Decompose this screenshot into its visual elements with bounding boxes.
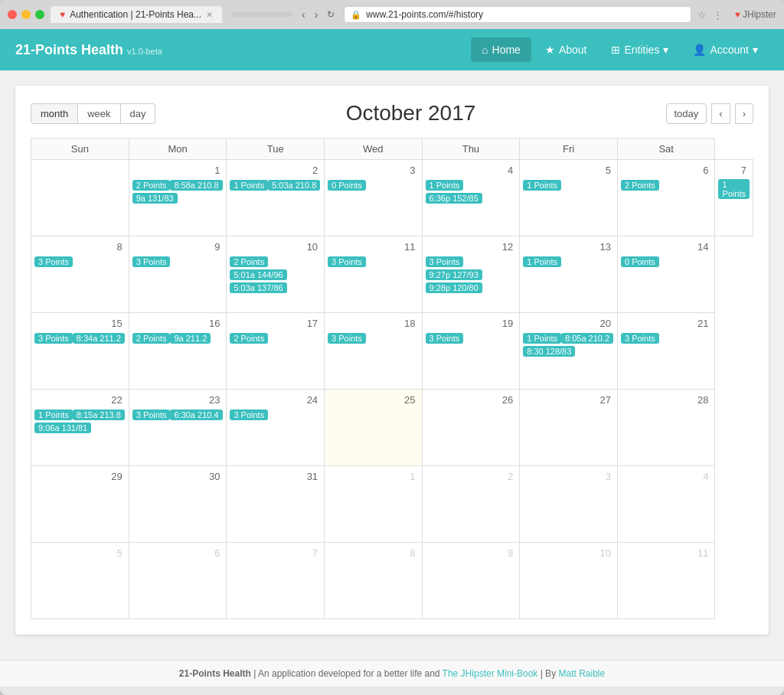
calendar-event[interactable]: 6:30a 210.4 — [170, 409, 222, 420]
calendar-day[interactable]: 51 Points — [520, 160, 618, 237]
calendar-day[interactable]: 5 — [31, 543, 129, 619]
nav-home[interactable]: ⌂ Home — [471, 38, 531, 62]
calendar-event[interactable]: 3 Points — [621, 333, 659, 344]
calendar-event[interactable]: 8:15a 213.8 — [73, 409, 125, 420]
calendar-day[interactable]: 162 Points9a 211.2 — [129, 313, 227, 390]
calendar-event[interactable]: 3 Points — [328, 333, 366, 344]
calendar-day[interactable]: 2 — [422, 466, 520, 543]
calendar-event[interactable]: 6:36p 152/85 — [426, 193, 482, 204]
calendar-event[interactable]: 9:27p 127/93 — [426, 269, 482, 280]
maximize-button[interactable] — [35, 10, 44, 19]
calendar-event[interactable]: 5:03a 210.8 — [268, 180, 320, 191]
calendar-event[interactable]: 0 Points — [621, 256, 659, 267]
calendar-day[interactable]: 131 Points — [520, 237, 618, 313]
calendar-day[interactable]: 27 — [520, 390, 618, 466]
calendar-day[interactable]: 28 — [617, 390, 714, 466]
back-button[interactable]: ‹ — [299, 7, 309, 22]
calendar-day[interactable]: 183 Points — [325, 313, 422, 390]
calendar-day[interactable]: 221 Points8:15a 213.89:06a 131/81 — [31, 390, 129, 466]
calendar-event[interactable]: 3 Points — [426, 256, 464, 267]
browser-tab[interactable]: ♥ Authentication | 21-Points Hea... ✕ — [51, 6, 222, 23]
calendar-day[interactable]: 30 Points — [325, 160, 422, 237]
nav-entities[interactable]: ⊞ Entities ▾ — [600, 38, 679, 62]
calendar-day[interactable]: 4 — [617, 466, 714, 543]
calendar-day[interactable]: 113 Points — [325, 237, 422, 313]
nav-about[interactable]: ★ About — [534, 38, 598, 62]
calendar-event[interactable]: 3 Points — [34, 333, 73, 344]
calendar-event[interactable]: 0 Points — [328, 180, 366, 191]
calendar-day[interactable]: 193 Points — [422, 313, 520, 390]
calendar-event[interactable]: 1 Points — [718, 179, 750, 199]
calendar-event[interactable]: 3 Points — [132, 409, 171, 420]
tab-close-icon[interactable]: ✕ — [206, 10, 213, 20]
calendar-event[interactable]: 9a 131/83 — [132, 193, 178, 204]
calendar-event[interactable]: 3 Points — [426, 333, 464, 344]
calendar-event[interactable]: 5:03a 137/86 — [230, 282, 286, 293]
calendar-event[interactable]: 3 Points — [230, 409, 268, 420]
calendar-event[interactable]: 2 Points — [230, 256, 268, 267]
calendar-day[interactable]: 10 — [520, 543, 618, 619]
calendar-day[interactable]: 233 Points6:30a 210.4 — [129, 390, 227, 466]
refresh-button[interactable]: ↻ — [324, 8, 338, 21]
calendar-day[interactable]: 21 Points5:03a 210.8 — [227, 160, 325, 237]
calendar-day[interactable]: 11 — [617, 543, 714, 619]
calendar-event[interactable]: 9:06a 131/81 — [34, 423, 91, 433]
footer-link-book[interactable]: The JHipster Mini-Book — [443, 668, 538, 679]
calendar-day[interactable]: 201 Points8:05a 210.28:30 128/83 — [520, 313, 618, 390]
calendar-event[interactable]: 2 Points — [132, 180, 171, 191]
calendar-day[interactable] — [31, 160, 129, 237]
calendar-event[interactable]: 9:28p 120/80 — [426, 282, 482, 293]
calendar-day[interactable]: 9 — [422, 543, 520, 619]
day-view-button[interactable]: day — [121, 103, 156, 124]
calendar-event[interactable]: 8:34a 211.2 — [73, 333, 125, 344]
calendar-day[interactable]: 31 — [227, 466, 325, 543]
calendar-day[interactable]: 41 Points6:36p 152/85 — [422, 160, 520, 237]
calendar-day[interactable]: 7 — [227, 543, 325, 619]
calendar-event[interactable]: 2 Points — [230, 333, 268, 344]
calendar-day[interactable]: 29 — [31, 466, 129, 543]
calendar-event[interactable]: 1 Points — [523, 180, 561, 191]
calendar-day[interactable]: 71 Points — [715, 160, 753, 237]
calendar-event[interactable]: 8:58a 210.8 — [170, 180, 222, 191]
calendar-day[interactable]: 12 Points8:58a 210.89a 131/83 — [129, 160, 227, 237]
calendar-day[interactable]: 1 — [325, 466, 422, 543]
next-month-button[interactable]: › — [735, 103, 753, 124]
calendar-event[interactable]: 2 Points — [621, 180, 659, 191]
month-view-button[interactable]: month — [31, 103, 78, 124]
calendar-day[interactable]: 3 — [520, 466, 618, 543]
calendar-day[interactable]: 62 Points — [617, 160, 714, 237]
calendar-day[interactable]: 6 — [129, 543, 227, 619]
calendar-day[interactable]: 8 — [325, 543, 422, 619]
calendar-event[interactable]: 5:01a 144/96 — [230, 269, 286, 280]
calendar-event[interactable]: 1 Points — [426, 180, 464, 191]
calendar-day[interactable]: 213 Points — [617, 313, 714, 390]
close-button[interactable] — [8, 10, 17, 19]
calendar-event[interactable]: 1 Points — [34, 409, 73, 420]
prev-month-button[interactable]: ‹ — [711, 103, 730, 124]
calendar-day[interactable]: 25 — [325, 390, 422, 466]
calendar-event[interactable]: 8:05a 210.2 — [561, 333, 613, 344]
week-view-button[interactable]: week — [78, 103, 120, 124]
nav-account[interactable]: 👤 Account ▾ — [682, 38, 769, 62]
calendar-day[interactable]: 140 Points — [617, 237, 714, 313]
minimize-button[interactable] — [21, 10, 31, 19]
calendar-event[interactable]: 1 Points — [230, 180, 268, 191]
calendar-event[interactable]: 8:30 128/83 — [523, 346, 575, 357]
calendar-day[interactable]: 243 Points — [227, 390, 325, 466]
calendar-event[interactable]: 9a 211.2 — [170, 333, 211, 344]
calendar-event[interactable]: 3 Points — [328, 256, 366, 267]
calendar-event[interactable]: 1 Points — [523, 256, 561, 267]
more-icon[interactable]: ⋮ — [713, 9, 723, 21]
calendar-event[interactable]: 3 Points — [132, 256, 171, 267]
calendar-day[interactable]: 102 Points5:01a 144/965:03a 137/86 — [227, 237, 325, 313]
bookmark-icon[interactable]: ☆ — [697, 9, 707, 21]
calendar-day[interactable]: 30 — [129, 466, 227, 543]
footer-link-author[interactable]: Matt Raible — [558, 668, 605, 679]
calendar-day[interactable]: 26 — [422, 390, 520, 466]
calendar-day[interactable]: 93 Points — [129, 237, 227, 313]
calendar-day[interactable]: 123 Points9:27p 127/939:28p 120/80 — [422, 237, 520, 313]
address-bar[interactable]: 🔒 www.21-points.com/#/history — [344, 6, 691, 23]
calendar-event[interactable]: 3 Points — [34, 256, 73, 267]
calendar-day[interactable]: 153 Points8:34a 211.2 — [31, 313, 129, 390]
forward-button[interactable]: › — [312, 7, 322, 22]
